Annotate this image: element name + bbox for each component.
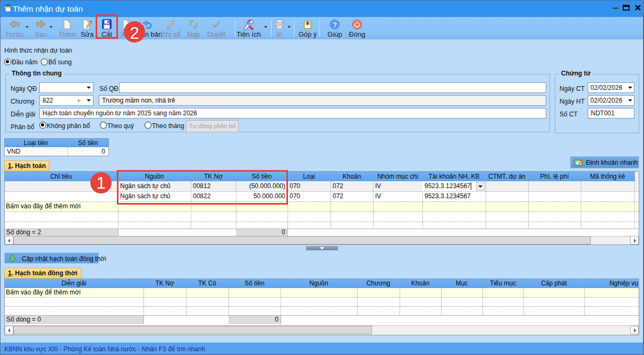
svg-text:?: ? [333, 21, 337, 29]
